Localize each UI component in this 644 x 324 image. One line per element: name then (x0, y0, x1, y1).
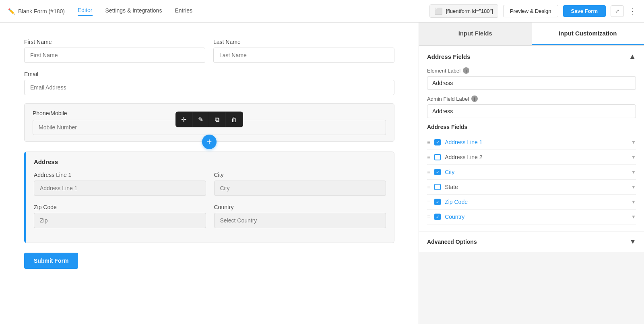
save-button[interactable]: Save Form (563, 5, 606, 17)
address-line1-input[interactable] (34, 181, 206, 196)
name-row: First Name Last Name (24, 39, 394, 63)
zip-group: Zip Code (34, 204, 206, 228)
country-group: Country (214, 204, 386, 228)
last-name-group: Last Name (213, 39, 394, 63)
city-group: City (214, 172, 386, 196)
field-expand-0[interactable]: ▼ (631, 139, 636, 145)
panel-tabs: Input Fields Input Customization (419, 23, 644, 46)
city-input[interactable] (214, 181, 386, 196)
nav-tab-editor[interactable]: Editor (78, 7, 93, 16)
nav-tab-entries[interactable]: Entries (175, 7, 192, 15)
drag-handle[interactable]: ≡ (427, 169, 430, 175)
field-name-4: Zip Code (445, 199, 627, 205)
field-toolbar: ✛ ✎ ⧉ 🗑 (175, 112, 243, 127)
edit-button[interactable]: ✎ (192, 112, 209, 127)
field-name-2: City (445, 169, 627, 175)
brand-text: Blank Form (#180) (18, 8, 65, 15)
admin-label-info-icon[interactable]: i (471, 96, 478, 102)
field-expand-1[interactable]: ▼ (631, 154, 636, 160)
tab-input-fields[interactable]: Input Fields (419, 23, 532, 45)
zip-label: Zip Code (34, 204, 206, 210)
address-line1-group: Address Line 1 (34, 172, 206, 196)
field-row-3: ≡ State ▼ (427, 180, 636, 195)
field-checkbox-0[interactable]: ✓ (434, 139, 441, 145)
phone-wrapper: Phone/Mobile ✛ ✎ ⧉ 🗑 + (24, 103, 394, 142)
zip-country-row: Zip Code Country (34, 204, 386, 228)
top-nav: ✏️ Blank Form (#180) Editor Settings & I… (0, 0, 644, 23)
field-expand-3[interactable]: ▼ (631, 184, 636, 190)
preview-button[interactable]: Preview & Design (503, 5, 558, 17)
drag-handle[interactable]: ≡ (427, 184, 430, 190)
field-row-5: ≡ ✓ Country ▼ (427, 210, 636, 224)
field-checkbox-2[interactable]: ✓ (434, 169, 441, 175)
section-title: Address Fields (427, 53, 471, 60)
delete-button[interactable]: 🗑 (225, 112, 243, 127)
country-label: Country (214, 204, 386, 210)
zip-input[interactable] (34, 213, 206, 228)
nav-right: ⬜ [fluentform id="180"] Preview & Design… (429, 4, 636, 18)
admin-label-row: Admin Field Label i (427, 96, 636, 102)
field-checkbox-3[interactable] (434, 184, 441, 190)
field-row-1: ≡ Address Line 2 ▼ (427, 150, 636, 165)
first-name-label: First Name (24, 39, 205, 45)
field-checkbox-5[interactable]: ✓ (434, 214, 441, 220)
shortcode-box[interactable]: ⬜ [fluentform id="180"] (429, 4, 498, 18)
first-name-input[interactable] (24, 48, 205, 63)
field-name-5: Country (445, 214, 627, 220)
admin-label-text: Admin Field Label (427, 96, 469, 102)
email-group: Email (24, 71, 394, 95)
last-name-label: Last Name (213, 39, 394, 45)
expand-button[interactable]: ⤢ (611, 5, 624, 17)
advanced-options-section: Advanced Options ▼ (419, 232, 644, 252)
more-menu-button[interactable]: ⋮ (629, 7, 636, 16)
email-label: Email (24, 71, 394, 77)
admin-label-input[interactable] (427, 104, 636, 118)
field-row-4: ≡ ✓ Zip Code ▼ (427, 195, 636, 210)
section-header: Address Fields ▲ (427, 52, 636, 61)
drag-handle[interactable]: ≡ (427, 139, 430, 145)
drag-handle[interactable]: ≡ (427, 214, 430, 220)
field-row-2: ≡ ✓ City ▼ (427, 165, 636, 180)
advanced-options-toggle[interactable]: ▼ (630, 238, 636, 245)
first-name-group: First Name (24, 39, 205, 63)
submit-button[interactable]: Submit Form (24, 253, 78, 269)
right-panel: Input Fields Input Customization Address… (419, 23, 644, 324)
address-fields-section: Address Fields ▲ Element Label i Admin F… (419, 46, 644, 231)
field-checkbox-4[interactable]: ✓ (434, 199, 441, 205)
country-input[interactable] (214, 213, 386, 228)
address-line1-city-row: Address Line 1 City (34, 172, 386, 196)
field-row-0: ≡ ✓ Address Line 1 ▼ (427, 135, 636, 150)
address-subfields-title: Address Fields (427, 124, 636, 130)
field-name-1: Address Line 2 (445, 154, 627, 160)
add-field-button[interactable]: + (202, 135, 217, 149)
editor-area: First Name Last Name Email Phone/Mobile … (0, 23, 419, 324)
field-checkbox-1[interactable] (434, 154, 441, 160)
element-label-text: Element Label (427, 68, 460, 74)
main-layout: First Name Last Name Email Phone/Mobile … (0, 23, 644, 324)
element-label-row: Element Label i (427, 67, 636, 74)
field-expand-2[interactable]: ▼ (631, 169, 636, 175)
address-block: Address Address Line 1 City Zip Code Cou… (24, 152, 394, 243)
move-button[interactable]: ✛ (175, 112, 192, 127)
collapse-button[interactable]: ▲ (629, 52, 636, 61)
email-input[interactable] (24, 80, 394, 95)
field-expand-5[interactable]: ▼ (631, 214, 636, 220)
field-name-3: State (445, 184, 627, 190)
nav-tab-settings[interactable]: Settings & Integrations (105, 7, 162, 15)
shortcode-icon: ⬜ (435, 7, 443, 15)
field-rows-container: ≡ ✓ Address Line 1 ▼ ≡ Address Line 2 ▼ … (427, 135, 636, 224)
tab-input-customization[interactable]: Input Customization (532, 23, 644, 45)
field-expand-4[interactable]: ▼ (631, 199, 636, 205)
drag-handle[interactable]: ≡ (427, 199, 430, 205)
shortcode-text: [fluentform id="180"] (446, 8, 493, 14)
element-label-info-icon[interactable]: i (463, 67, 469, 74)
drag-handle[interactable]: ≡ (427, 154, 430, 160)
city-label: City (214, 172, 386, 178)
last-name-input[interactable] (213, 48, 394, 63)
copy-button[interactable]: ⧉ (209, 112, 225, 127)
advanced-options-label: Advanced Options (427, 239, 477, 245)
brand-label: ✏️ Blank Form (#180) (8, 8, 65, 15)
nav-left: ✏️ Blank Form (#180) Editor Settings & I… (8, 7, 429, 16)
element-label-input[interactable] (427, 76, 636, 90)
pencil-icon: ✏️ (8, 8, 15, 15)
